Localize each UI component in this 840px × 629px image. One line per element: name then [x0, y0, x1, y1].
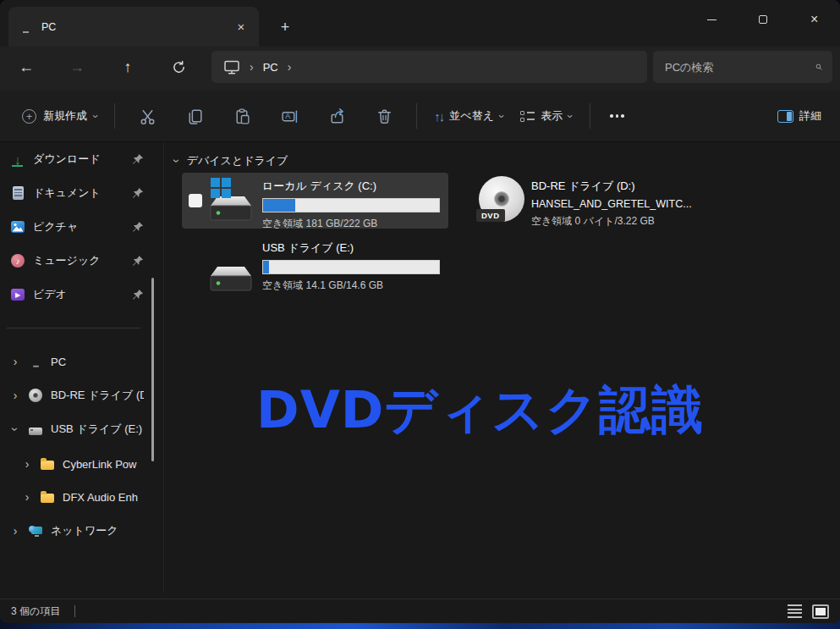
search-icon: [815, 60, 822, 74]
sidebar-item-downloads[interactable]: ↓ ダウンロード: [5, 145, 149, 174]
new-tab-button[interactable]: +: [272, 14, 298, 40]
rename-button[interactable]: A: [266, 99, 313, 133]
trash-icon: [376, 108, 393, 125]
sidebar-item-pc[interactable]: › PC: [5, 347, 149, 376]
hard-drive-icon: [206, 178, 260, 223]
items-count: 3 個の項目: [11, 604, 60, 619]
sidebar-item-music[interactable]: ♪ ミュージック: [5, 246, 149, 275]
capacity-bar: [262, 198, 440, 212]
refresh-icon: [172, 60, 186, 74]
drive-volume-label: HANSEL_AND_GRETEL_WITC...: [531, 198, 692, 210]
drive-name: BD-RE ドライブ (D:): [531, 179, 692, 194]
maximize-icon: [759, 15, 767, 24]
pin-icon: [132, 153, 144, 165]
sidebar-item-dfx-folder[interactable]: › DFX Audio Enh: [5, 483, 149, 511]
sidebar-item-bdre-drive[interactable]: › BD-RE ドライブ (D: [5, 381, 149, 410]
sidebar-item-cyberlink-folder[interactable]: › CyberLink Pow: [5, 450, 149, 478]
new-button[interactable]: + 新規作成 ›: [14, 102, 106, 130]
status-divider: [74, 605, 75, 617]
search-input[interactable]: [663, 60, 815, 74]
view-button-label: 表示: [541, 108, 563, 124]
pc-icon: [28, 354, 43, 369]
usb-drive-icon: [206, 248, 260, 294]
drive-free-space: 空き領域 0 バイト/3.22 GB: [531, 214, 692, 229]
details-view-icon: [788, 604, 802, 618]
tab-title: PC: [41, 21, 230, 33]
more-options-button[interactable]: [599, 99, 636, 133]
svg-text:A: A: [285, 112, 290, 120]
cut-button[interactable]: [124, 99, 171, 133]
folder-icon: [40, 489, 55, 505]
chevron-right-icon[interactable]: ›: [10, 389, 20, 402]
file-explorer-window: PC × + × ← → ↑ ›: [0, 0, 840, 623]
command-toolbar: + 新規作成 ›: [0, 91, 840, 142]
folder-icon: [40, 456, 55, 472]
navigation-pane: ↓ ダウンロード ドキュメント: [0, 142, 162, 593]
sidebar-item-network[interactable]: › ネットワーク: [5, 516, 149, 545]
pin-icon: [132, 221, 144, 233]
capacity-bar: [262, 260, 440, 274]
chevron-right-icon[interactable]: ›: [10, 355, 20, 368]
drive-item-local-disk-c[interactable]: ローカル ディスク (C:) 空き領域 181 GB/222 GB: [182, 173, 448, 229]
details-view-toggle[interactable]: [788, 604, 802, 618]
details-pane-icon: [777, 110, 793, 123]
minimize-button[interactable]: [686, 0, 738, 39]
view-button[interactable]: 表示 ›: [512, 102, 580, 130]
sidebar-item-pictures[interactable]: ピクチャ: [5, 212, 149, 241]
forward-button[interactable]: →: [61, 51, 93, 83]
details-pane-button[interactable]: 詳細: [769, 102, 830, 130]
delete-button[interactable]: [360, 99, 408, 133]
chevron-down-icon: ›: [564, 114, 577, 118]
close-icon: ×: [810, 13, 818, 26]
sidebar-item-usb-drive[interactable]: › USB ドライブ (E:): [5, 415, 149, 444]
paste-button[interactable]: [218, 99, 266, 133]
refresh-button[interactable]: [162, 51, 195, 83]
close-button[interactable]: ×: [788, 0, 840, 39]
pictures-icon: [10, 219, 25, 234]
pin-icon: [132, 255, 144, 267]
share-icon: [328, 108, 346, 125]
pin-icon: [132, 289, 144, 301]
large-icons-view-toggle[interactable]: [812, 604, 829, 619]
up-button[interactable]: ↑: [112, 51, 144, 83]
this-pc-icon[interactable]: [223, 59, 240, 75]
sidebar-item-documents[interactable]: ドキュメント: [5, 179, 149, 207]
capacity-bar-fill: [263, 261, 269, 273]
video-icon: ▶: [10, 287, 25, 302]
copy-button[interactable]: [171, 99, 218, 133]
sidebar-scrollbar[interactable]: [151, 278, 154, 461]
chevron-right-icon[interactable]: ›: [22, 457, 32, 471]
search-box: [653, 51, 832, 83]
breadcrumb-chevron-icon[interactable]: ›: [288, 60, 292, 74]
music-icon: ♪: [10, 253, 25, 268]
usb-drive-icon: [28, 422, 43, 437]
tab-pc[interactable]: PC ×: [8, 7, 259, 47]
chevron-down-icon[interactable]: ›: [8, 424, 22, 434]
drive-item-usb-e[interactable]: USB ドライブ (E:) 空き領域 14.1 GB/14.6 GB: [182, 234, 448, 290]
annotation-overlay-text: DVDディスク認識: [256, 376, 704, 445]
share-button[interactable]: [313, 99, 360, 133]
section-header-devices[interactable]: › デバイスとドライブ: [175, 153, 288, 168]
drive-item-bdre-d[interactable]: DVD BD-RE ドライブ (D:) HANSEL_AND_GRETEL_WI…: [472, 173, 747, 229]
chevron-right-icon[interactable]: ›: [10, 524, 20, 538]
window-controls: ×: [686, 0, 840, 39]
cut-icon: [139, 108, 156, 125]
sidebar-item-videos[interactable]: ▶ ビデオ: [5, 280, 149, 309]
tab-close-icon[interactable]: ×: [230, 16, 252, 38]
drive-info: ローカル ディスク (C:) 空き領域 181 GB/222 GB: [262, 179, 440, 231]
selection-checkbox[interactable]: [189, 194, 202, 207]
chevron-right-icon[interactable]: ›: [22, 490, 32, 504]
drive-free-space: 空き領域 181 GB/222 GB: [262, 217, 440, 231]
new-button-label: 新規作成: [43, 108, 87, 124]
back-button[interactable]: ←: [10, 51, 42, 83]
breadcrumb-segment-pc[interactable]: PC: [263, 61, 278, 74]
maximize-button[interactable]: [738, 0, 789, 39]
dvd-disc-icon: DVD: [479, 176, 524, 222]
sort-button[interactable]: ↑↓ 並べ替え ›: [425, 102, 512, 130]
titlebar: PC × + ×: [0, 0, 840, 47]
sort-button-label: 並べ替え: [449, 108, 494, 124]
minimize-icon: [707, 19, 716, 20]
pc-monitor-icon: [19, 21, 33, 33]
breadcrumb-chevron-icon[interactable]: ›: [250, 60, 254, 74]
disc-icon: [28, 388, 43, 403]
